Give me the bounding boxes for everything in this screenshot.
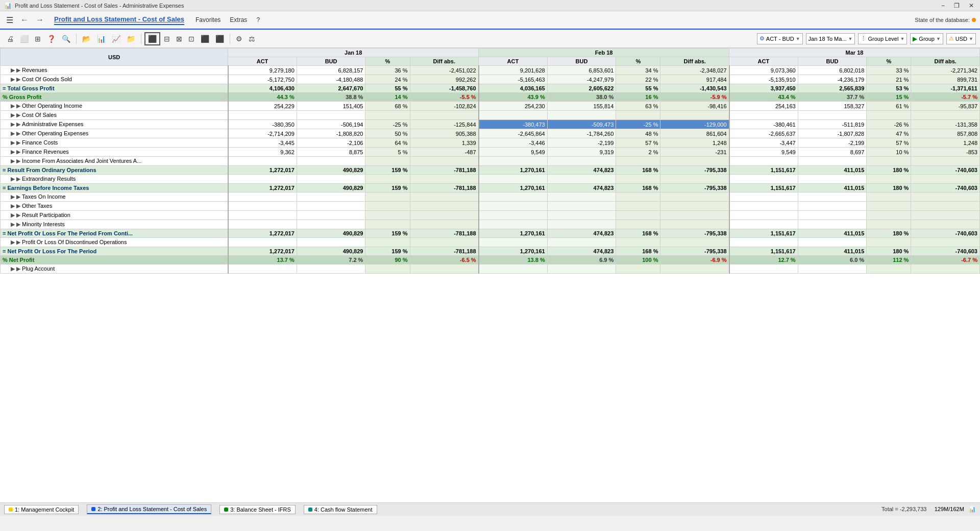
table-row[interactable]: ▶ ▶Profit Or Loss Of Discontinued Operat… [1,238,980,247]
feb-diff-cell [660,157,729,166]
mar-act-cell: 9,073,360 [729,66,798,75]
tab2-dot [91,507,95,511]
mar-pct-cell: 61 % [867,102,911,111]
mar-diff-header: Diff abs. [911,57,980,66]
forward-button[interactable]: → [34,14,46,26]
tab1-dot [9,508,13,512]
settings-button[interactable]: ⚙ [233,33,245,44]
table-row[interactable]: = Net Profit Or Loss For The Period1,272… [1,247,980,256]
mar-act-cell [729,202,798,211]
table-row[interactable]: ▶ ▶Other Operating Expenses-2,714,209-1,… [1,129,980,138]
export-button[interactable]: 📈 [109,33,123,44]
feb-act-cell: 1,270,161 [479,166,548,175]
table-row[interactable]: ▶ ▶Cost Of Sales [1,111,980,120]
jan-act-cell: 1,272,017 [228,247,297,256]
table-row[interactable]: ▶ ▶Minority Interests [1,220,980,229]
tab3-dot [224,508,228,512]
table-row[interactable]: ▶ ▶Revenues9,279,1806,828,15736 %-2,451,… [1,66,980,75]
help-button[interactable]: ❓ [44,33,58,44]
help-menu[interactable]: ? [253,15,263,25]
back-button[interactable]: ← [18,14,31,26]
app-title[interactable]: Profit and Loss Statement - Cost of Sale… [54,15,184,25]
group-filter[interactable]: ▶ Group ▼ [910,33,943,44]
table-row[interactable]: % Gross Profit44.3 %38.8 %14 %-5.5 %43.9… [1,93,980,102]
table-row[interactable]: ▶ ▶Income From Associates And Joint Vent… [1,157,980,166]
tab-profit-loss[interactable]: 2: Profit and Loss Statement - Cost of S… [87,504,211,514]
hamburger-button[interactable]: ☰ [4,14,15,26]
feb-diff-cell: 1,248 [660,138,729,148]
mar-act-cell: -2,665,637 [729,129,798,138]
chart-button[interactable]: 📊 [94,33,108,44]
mar-diff-cell [911,238,980,247]
table-row[interactable]: ▶ ▶Plug Account [1,264,980,274]
tab-management-cockpit[interactable]: 1: Management Cockpit [4,505,79,514]
row-label-cell: ▶ ▶Profit Or Loss Of Discontinued Operat… [1,238,228,247]
mar-bud-cell [798,211,867,220]
grid3-button[interactable]: ⊠ [174,33,185,44]
minimize-button[interactable]: − [939,2,947,9]
new-window-button[interactable]: ⊞ [32,33,43,44]
feb-pct-cell [616,111,660,120]
search-button[interactable]: 🔍 [59,33,73,44]
mar-diff-cell [911,211,980,220]
grid6-button[interactable]: ⬛ [213,33,227,44]
open-button[interactable]: 📂 [80,33,93,44]
jan-act-header: ACT [228,57,297,66]
mar-act-cell [729,192,798,202]
feb-bud-cell: 474,823 [547,229,616,238]
table-row[interactable]: ▶ ▶Other Operating Income254,229151,4056… [1,102,980,111]
tab4-label: 4: Cash flow Statement [314,506,373,513]
table-row[interactable]: ▶ ▶Finance Revenues9,3628,8755 %-4879,54… [1,148,980,157]
mar-bud-cell [798,264,867,274]
table-row[interactable]: = Net Profit Or Loss For The Period From… [1,229,980,238]
favorites-menu[interactable]: Favorites [192,15,224,25]
feb-act-cell [479,202,548,211]
print-button[interactable]: 🖨 [4,33,16,44]
date-filter[interactable]: Jan 18 To Ma... ▼ [806,33,855,44]
table-row[interactable]: ▶ ▶Administrative Expenses-380,350-506,1… [1,120,980,129]
mar-diff-cell: -95,837 [911,102,980,111]
act-bud-filter[interactable]: ⚙ ACT - BUD ▼ [757,33,803,44]
grid4-button[interactable]: ⊡ [186,33,197,44]
jan-diff-cell [410,238,479,247]
extras-menu[interactable]: Extras [227,15,250,25]
grid2-button[interactable]: ⊟ [161,33,173,44]
jan-bud-cell [297,202,365,211]
balance-button[interactable]: ⚖ [246,33,258,44]
mar-pct-cell [867,192,911,202]
folder-button[interactable]: 📁 [124,33,138,44]
table-row[interactable]: = Result From Ordinary Operations1,272,0… [1,166,980,175]
save-button[interactable]: ⬜ [17,33,31,44]
jan-pct-cell: -25 % [365,120,410,129]
jan-act-cell: -380,350 [228,120,297,129]
grid5-button[interactable]: ⬛ [198,33,212,44]
table-row[interactable]: ▶ ▶Finance Costs-3,445-2,10664 %1,339-3,… [1,138,980,148]
row-label-cell: ▶ ▶Revenues [1,66,228,75]
table-row[interactable]: ▶ ▶Other Taxes [1,202,980,211]
tab-balance-sheet[interactable]: 3: Balance Sheet - IFRS [219,505,296,514]
feb-diff-cell: -795,338 [660,166,729,175]
mar-pct-cell [867,220,911,229]
feb-diff-cell: -231 [660,148,729,157]
row-label-cell: ▶ ▶Finance Revenues [1,148,228,157]
table-row[interactable]: ▶ ▶Extraordinary Results [1,175,980,184]
grid1-button[interactable]: ⬛ [144,32,160,45]
mar-pct-cell: 180 % [867,229,911,238]
table-row[interactable]: % Net Profit13.7 %7.2 %90 %-6.5 %13.8 %6… [1,256,980,264]
table-row[interactable]: ▶ ▶Result Participation [1,211,980,220]
tab-cashflow[interactable]: 4: Cash flow Statement [304,505,377,514]
table-row[interactable]: = Earnings Before Income Taxes1,272,0174… [1,184,980,192]
table-row[interactable]: ▶ ▶Cost Of Goods Sold-5,172,750-4,180,48… [1,75,980,84]
mar-pct-cell [867,111,911,120]
mar-pct-cell [867,238,911,247]
mar-pct-cell: 180 % [867,247,911,256]
currency-filter[interactable]: ⚠ USD ▼ [946,33,976,44]
feb-pct-cell [616,264,660,274]
jan-bud-cell [297,192,365,202]
restore-button[interactable]: ❐ [952,2,962,9]
group-level-filter[interactable]: ⋮ Group Level ▼ [858,33,907,44]
feb-diff-header: Diff abs. [660,57,729,66]
table-row[interactable]: ▶ ▶Taxes On Income [1,192,980,202]
table-row[interactable]: = Total Gross Profit4,106,4302,647,67055… [1,84,980,93]
close-button[interactable]: ✕ [967,2,976,9]
